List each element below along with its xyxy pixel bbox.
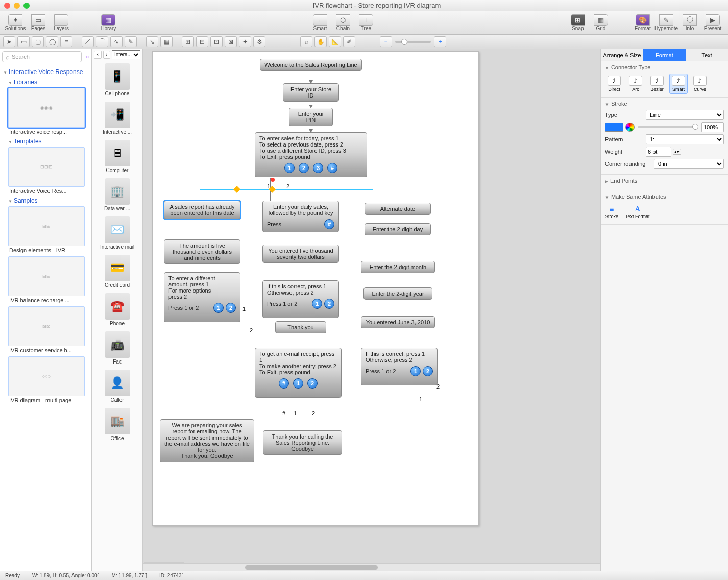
library-item[interactable]: 📲Interactive ...: [93, 102, 141, 135]
connector-tool[interactable]: ↘: [146, 36, 158, 47]
connector-option-smart[interactable]: ⤴Smart: [669, 74, 688, 94]
node-amount-confirm[interactable]: The amount is five thousand eleven dolla…: [164, 239, 240, 264]
node-emailing[interactable]: We are preparing your sales report for e…: [160, 419, 254, 462]
canvas-area[interactable]: Welcome to the Sales Reporting Line Ente…: [143, 49, 600, 571]
pen-tool[interactable]: ✎: [125, 36, 137, 47]
distribute-tool[interactable]: ⊟: [196, 36, 208, 47]
endpoint-icon[interactable]: [271, 178, 275, 182]
snap-button[interactable]: ⊞Snap: [567, 14, 589, 31]
node-date-confirm[interactable]: You entered June 3, 2010: [361, 316, 435, 328]
info-button[interactable]: ⓘInfo: [678, 14, 701, 31]
grid-button[interactable]: ▦Grid: [590, 14, 612, 31]
tab-arrange[interactable]: Arrange & Size: [601, 49, 643, 61]
select-tool[interactable]: ➤: [3, 36, 15, 47]
sample-thumbnail-2[interactable]: ⊟⊟: [8, 256, 85, 296]
minimize-window[interactable]: [14, 3, 20, 9]
template-thumbnail[interactable]: ⊡⊡⊡: [8, 147, 85, 187]
node-enter-sales[interactable]: Enter your daily sales, followed by the …: [262, 201, 339, 232]
tree-templates[interactable]: Templates: [8, 138, 88, 145]
library-item[interactable]: 🖥Computer: [93, 140, 141, 173]
ungroup-tool[interactable]: ⊠: [225, 36, 237, 47]
rect-tool[interactable]: ▢: [32, 36, 44, 47]
same-stroke-button[interactable]: ≡Stroke: [605, 205, 618, 219]
node-day[interactable]: Enter the 2-digit day: [365, 223, 431, 235]
library-item[interactable]: ✉️Interactive mail: [93, 216, 141, 250]
zoom-out-icon[interactable]: −: [380, 36, 392, 47]
weight-stepper[interactable]: ▴▾: [673, 149, 681, 155]
zoom-tool[interactable]: ⌕: [300, 36, 312, 47]
settings-tool[interactable]: ⚙: [253, 36, 265, 47]
opacity-slider[interactable]: [638, 126, 698, 128]
lib-fwd-icon[interactable]: ›: [103, 51, 111, 59]
node-already-entered[interactable]: A sales report has already been entered …: [164, 201, 240, 219]
node-you-entered[interactable]: You entered five thousand seventy two do…: [262, 245, 339, 263]
library-item[interactable]: 🏢Data war ...: [93, 178, 141, 211]
section-stroke[interactable]: Stroke: [605, 101, 724, 107]
arc-tool[interactable]: ⌒: [96, 36, 108, 47]
node-correct-2[interactable]: If this is correct, press 1 Otherwise, p…: [361, 348, 438, 385]
node-diff-amount[interactable]: To enter a different amount, press 1 For…: [164, 272, 240, 322]
hypernote-button[interactable]: ✎Hypernote: [654, 14, 678, 31]
node-month[interactable]: Enter the 2-digit month: [361, 261, 435, 273]
library-thumbnail[interactable]: ◉◉◉: [8, 88, 85, 128]
connector-option-direct[interactable]: ⤴Direct: [605, 74, 623, 94]
library-item[interactable]: ☎️Phone: [93, 293, 141, 326]
node-mainmenu[interactable]: To enter sales for today, press 1 To sel…: [255, 132, 367, 177]
zoom-slider[interactable]: − +: [380, 36, 446, 47]
pattern-select[interactable]: 1:: [646, 134, 724, 144]
format-button[interactable]: 🎨Format: [632, 14, 654, 31]
search-input[interactable]: Search: [2, 51, 82, 62]
tree-libraries[interactable]: Libraries: [8, 79, 88, 86]
opacity-input[interactable]: [701, 122, 724, 132]
eyedropper-tool[interactable]: ✐: [343, 36, 355, 47]
section-endpoints[interactable]: End Points: [605, 178, 724, 184]
smart-connector-button[interactable]: ⌐Smart: [309, 14, 331, 31]
sample-thumbnail-4[interactable]: ○○○: [8, 356, 85, 396]
solutions-button[interactable]: ✦Solutions: [4, 14, 27, 31]
wand-tool[interactable]: ✦: [239, 36, 251, 47]
lib-back-icon[interactable]: ‹: [94, 51, 102, 59]
tab-text[interactable]: Text: [686, 49, 728, 61]
library-button[interactable]: ▦Library: [97, 14, 119, 31]
zoom-in-icon[interactable]: +: [434, 36, 446, 47]
library-item[interactable]: 📱Cell phone: [93, 63, 141, 96]
library-item[interactable]: 👤Caller: [93, 370, 141, 403]
horizontal-scrollbar[interactable]: [143, 563, 600, 571]
marquee-tool[interactable]: ▭: [17, 36, 30, 47]
same-textformat-button[interactable]: AText Format: [625, 205, 650, 219]
node-alternate-date[interactable]: Alternate date: [365, 203, 431, 215]
section-same-attr[interactable]: Make Same Attributes: [605, 194, 724, 200]
tree-connector-button[interactable]: ⊤Tree: [355, 14, 377, 31]
close-window[interactable]: [4, 3, 10, 9]
page-canvas[interactable]: Welcome to the Sales Reporting Line Ente…: [152, 51, 479, 526]
corner-rounding-select[interactable]: 0 in: [654, 159, 724, 169]
connector-option-arc[interactable]: ⤴Arc: [626, 74, 645, 94]
color-picker-icon[interactable]: [625, 123, 635, 132]
library-item[interactable]: 📠Fax: [93, 331, 141, 365]
node-goodbye[interactable]: Thank you for calling the Sales Reportin…: [263, 430, 342, 455]
align-tool[interactable]: ⊞: [182, 36, 194, 47]
table-tool[interactable]: ▦: [160, 36, 173, 47]
sample-thumbnail-1[interactable]: ⊞⊞: [8, 206, 85, 246]
tree-samples[interactable]: Samples: [8, 197, 88, 204]
group-tool[interactable]: ⊡: [210, 36, 223, 47]
zoom-window[interactable]: [23, 3, 30, 9]
present-button[interactable]: ▶Present: [701, 14, 724, 31]
connector-option-curve[interactable]: ⤴Curve: [691, 74, 709, 94]
library-select[interactable]: Intera...: [112, 50, 140, 59]
tab-format[interactable]: Format: [643, 49, 686, 61]
sample-thumbnail-3[interactable]: ⊠⊠: [8, 306, 85, 346]
weight-input[interactable]: [646, 147, 671, 157]
stroke-type-select[interactable]: Line: [646, 110, 724, 120]
tree-root[interactable]: Interactive Voice Response: [3, 68, 88, 76]
pages-button[interactable]: ▭Pages: [27, 14, 50, 31]
node-email-menu[interactable]: To get an e-mail receipt, press 1 To mak…: [255, 348, 342, 398]
waypoint-icon[interactable]: [233, 186, 240, 193]
node-year[interactable]: Enter the 2-digit year: [363, 287, 432, 300]
spline-tool[interactable]: ∿: [110, 36, 123, 47]
library-item[interactable]: 💳Credit card: [93, 255, 141, 288]
library-item[interactable]: 🏬Office: [93, 408, 141, 441]
line-tool[interactable]: ／: [82, 36, 94, 47]
text-tool[interactable]: ≡: [60, 36, 72, 47]
node-thankyou[interactable]: Thank you: [275, 321, 326, 333]
